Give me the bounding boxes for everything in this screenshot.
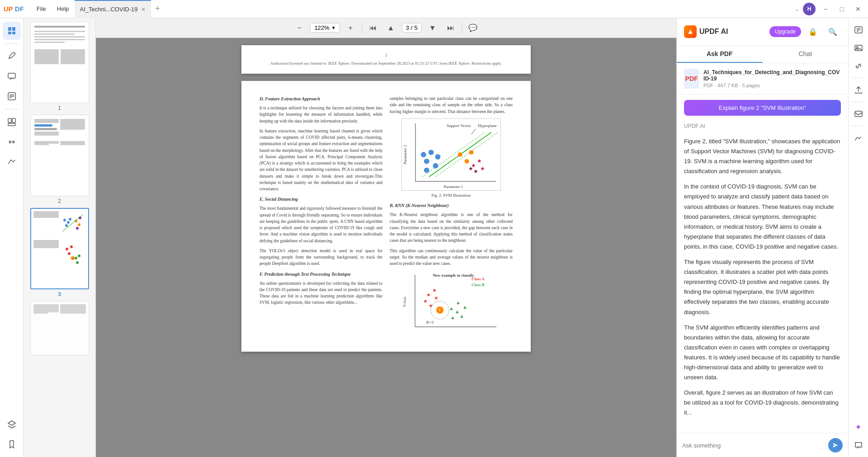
ai-panel: UPDF AI Upgrade 🔒 🔍 Ask PDF Chat PDF AI_… bbox=[676, 18, 848, 457]
thumbnail-image-2 bbox=[30, 115, 89, 196]
thumbnail-image-3 bbox=[30, 208, 89, 289]
first-page-button[interactable]: ⏮ bbox=[366, 21, 380, 35]
tab-ask-pdf[interactable]: Ask PDF bbox=[677, 46, 763, 63]
sidebar-item-annotate[interactable] bbox=[3, 47, 21, 66]
svg-text:★: ★ bbox=[426, 292, 431, 297]
ai-panel-header: UPDF AI Upgrade 🔒 🔍 bbox=[677, 18, 848, 46]
right-icon-edit[interactable] bbox=[850, 22, 867, 38]
svg-rect-11 bbox=[8, 123, 15, 126]
sidebar-item-bookmark[interactable] bbox=[3, 435, 21, 453]
svg-point-42 bbox=[435, 154, 440, 160]
svg-rect-3 bbox=[12, 32, 15, 34]
section-e-p2: The YOLOv3 object detection model is use… bbox=[259, 248, 382, 267]
minimize-button[interactable]: − bbox=[819, 3, 832, 15]
pdf-content[interactable]: 2 Authorized licensed use limited to: IE… bbox=[96, 38, 676, 457]
file-name: AI_Techniques_for_Detecting_and_Diagnosi… bbox=[703, 69, 841, 82]
ai-response-p3: The figure visually represents the proce… bbox=[684, 257, 841, 317]
comment-button[interactable]: 💬 bbox=[466, 21, 480, 35]
right-icon-link[interactable] bbox=[850, 58, 867, 74]
zoom-out-button[interactable]: − bbox=[292, 21, 307, 35]
page-current[interactable]: 3 bbox=[406, 24, 409, 31]
svg-point-14 bbox=[65, 224, 68, 227]
window-chevron-icon[interactable]: ⌄ bbox=[795, 6, 799, 12]
prev-page-button[interactable]: ▲ bbox=[384, 21, 398, 35]
right-icon-email[interactable] bbox=[850, 106, 867, 122]
svg-point-37 bbox=[424, 159, 429, 164]
sidebar-item-thumbnails[interactable] bbox=[3, 22, 21, 40]
active-tab[interactable]: AI_Techni...COVID-19 ✕ bbox=[75, 0, 151, 18]
upgrade-button[interactable]: Upgrade bbox=[769, 26, 801, 37]
page-header-text: Authorized licensed use limited to: IEEE… bbox=[259, 61, 513, 67]
right-icon-image[interactable] bbox=[850, 40, 867, 56]
thumbnail-num-2: 2 bbox=[58, 198, 61, 204]
close-button[interactable]: ✕ bbox=[852, 3, 864, 15]
sidebar-item-organize[interactable] bbox=[3, 113, 21, 131]
zoom-display[interactable]: 122% ▼ bbox=[310, 23, 340, 33]
svg-rect-79 bbox=[855, 111, 862, 117]
thumbnail-page-3[interactable]: 3 bbox=[27, 208, 92, 297]
sidebar-item-sign[interactable] bbox=[3, 153, 21, 171]
col2-p1: samples belonging to one particular clas… bbox=[390, 95, 513, 115]
menu-help[interactable]: Help bbox=[52, 0, 75, 18]
explain-button[interactable]: Explain figure 2 "SVM Illustration" bbox=[684, 100, 841, 116]
svg-text:?: ? bbox=[439, 308, 441, 312]
pdf-figure-2: Parameter 1 Parameter 2 Hyperplane Suppo… bbox=[390, 118, 513, 199]
svg-text:Parameter 1: Parameter 1 bbox=[444, 184, 463, 189]
thumbnail-page-1[interactable]: 1 bbox=[27, 22, 92, 111]
svg-point-41 bbox=[421, 152, 426, 157]
ai-response-p5: Overall, figure 2 serves as an illustrat… bbox=[684, 388, 841, 418]
right-icon-ai-star[interactable]: ✦ bbox=[850, 419, 867, 435]
section-d-p1: It is a technique utilized for choosing … bbox=[259, 105, 382, 124]
sidebar-divider-1 bbox=[5, 43, 19, 44]
zoom-in-button[interactable]: + bbox=[344, 21, 358, 35]
pdf-two-columns: D. Feature Extraction Approach It is a t… bbox=[259, 95, 513, 337]
svg-point-40 bbox=[424, 167, 429, 173]
svg-text:Parameter 2: Parameter 2 bbox=[403, 145, 407, 164]
sidebar-item-edit[interactable] bbox=[3, 87, 21, 105]
logo-up: UP bbox=[4, 5, 13, 13]
svg-text:K=3: K=3 bbox=[426, 320, 434, 325]
lock-icon[interactable]: 🔒 bbox=[805, 24, 821, 40]
ai-panel-tabs: Ask PDF Chat bbox=[677, 46, 848, 63]
svg-point-13 bbox=[67, 221, 70, 224]
menu-file[interactable]: File bbox=[31, 0, 52, 18]
svg-point-24 bbox=[75, 257, 77, 259]
main-layout: 1 bbox=[0, 18, 868, 457]
svg-point-17 bbox=[78, 223, 80, 226]
right-icon-upload[interactable] bbox=[850, 82, 867, 98]
ai-chat-input-field[interactable] bbox=[682, 442, 825, 449]
thumbnail-image-1 bbox=[30, 22, 89, 103]
sidebar-item-layers[interactable] bbox=[3, 415, 21, 433]
svg-text:★: ★ bbox=[434, 295, 439, 301]
svg-point-26 bbox=[76, 261, 79, 264]
svg-rect-4 bbox=[8, 73, 15, 78]
thumbnail-page-2[interactable]: 2 bbox=[27, 115, 92, 204]
pdf-left-col: D. Feature Extraction Approach It is a t… bbox=[259, 95, 382, 337]
svg-point-15 bbox=[69, 218, 71, 221]
right-icon-signature[interactable] bbox=[850, 130, 867, 146]
section-b-p2: This algorithm can continuously calculat… bbox=[390, 248, 513, 267]
thumbnail-page-4[interactable] bbox=[27, 301, 92, 355]
tab-chat[interactable]: Chat bbox=[763, 46, 849, 63]
toolbar-divider-2 bbox=[462, 23, 462, 33]
ai-send-button[interactable] bbox=[828, 438, 843, 452]
svg-rect-9 bbox=[8, 118, 11, 122]
next-page-button[interactable]: ▼ bbox=[425, 21, 440, 35]
search-icon-header[interactable]: 🔍 bbox=[825, 24, 841, 40]
pdf-toolbar: − 122% ▼ + ⏮ ▲ 3 / 5 ▼ ⏭ 💬 bbox=[96, 18, 676, 38]
pdf-figure-knn: Y-Axis Class A Class B New example to cl… bbox=[390, 270, 513, 334]
file-meta: AI_Techniques_for_Detecting_and_Diagnosi… bbox=[703, 69, 841, 88]
knn-chart-svg: Y-Axis Class A Class B New example to cl… bbox=[401, 270, 501, 334]
svg-text:▲: ▲ bbox=[450, 315, 455, 320]
zoom-chevron-icon: ▼ bbox=[331, 25, 336, 30]
sidebar-item-convert[interactable] bbox=[3, 133, 21, 151]
ai-response-area: Figure 2, titled "SVM Illustration," sho… bbox=[677, 131, 848, 433]
tab-close-icon[interactable]: ✕ bbox=[141, 6, 146, 13]
right-icon-comment-bubble[interactable] bbox=[850, 437, 867, 453]
maximize-button[interactable]: □ bbox=[835, 3, 848, 15]
svg-point-18 bbox=[76, 227, 79, 230]
svg-text:▲: ▲ bbox=[449, 306, 454, 311]
last-page-button[interactable]: ⏭ bbox=[443, 21, 458, 35]
new-tab-button[interactable]: + bbox=[151, 3, 164, 15]
sidebar-item-comment[interactable] bbox=[3, 67, 21, 85]
